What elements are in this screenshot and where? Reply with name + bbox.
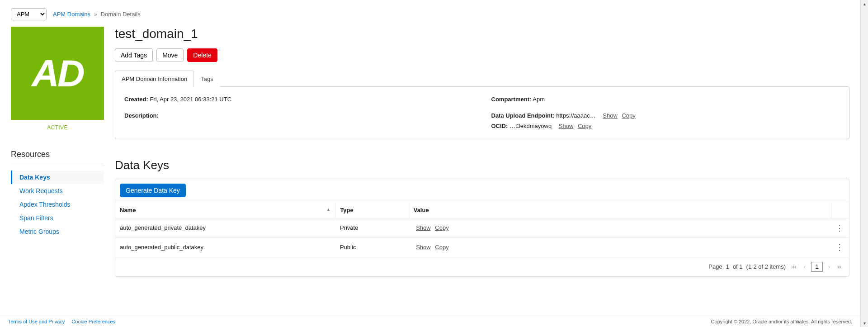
sidebar-item-data-keys[interactable]: Data Keys — [11, 171, 104, 184]
created-field: Created: Fri, Apr 23, 2021 06:33:21 UTC — [124, 95, 473, 104]
ocid-copy-link[interactable]: Copy — [578, 123, 591, 129]
pager-next-icon[interactable]: › — [826, 263, 832, 271]
compartment-field: Compartment: Apm — [491, 95, 840, 104]
resources-heading: Resources — [11, 150, 104, 164]
data-keys-heading: Data Keys — [115, 158, 849, 172]
tab-tags[interactable]: Tags — [194, 71, 220, 87]
pager-prev-icon[interactable]: ‹ — [802, 263, 807, 271]
status-badge: ACTIVE — [11, 124, 104, 131]
pager-first-icon[interactable]: ⏮ — [789, 263, 798, 271]
footer-cookie-link[interactable]: Cookie Preferences — [71, 319, 115, 324]
value-copy-link[interactable]: Copy — [435, 224, 448, 231]
col-value[interactable]: Value — [409, 202, 831, 218]
scroll-down-icon[interactable]: ▾ — [861, 319, 868, 327]
created-label: Created: — [124, 96, 148, 103]
move-button[interactable]: Move — [156, 48, 184, 62]
compartment-label: Compartment: — [491, 96, 532, 103]
tile-letters: AD — [32, 52, 83, 95]
pager-last-icon[interactable]: ⏭ — [835, 263, 844, 271]
cell-type: Public — [335, 237, 409, 257]
tab-apm-domain-info[interactable]: APM Domain Information — [115, 71, 194, 87]
sidebar-item-metric-groups[interactable]: Metric Groups — [11, 225, 104, 238]
ocid-field: OCID: …t3ekdmayowq Show Copy — [491, 122, 840, 131]
value-show-link[interactable]: Show — [416, 244, 431, 251]
sidebar: AD ACTIVE Resources Data Keys Work Reque… — [11, 27, 104, 277]
upload-copy-link[interactable]: Copy — [622, 112, 635, 119]
sort-asc-icon: ▲ — [326, 207, 330, 212]
footer: Terms of Use and Privacy Cookie Preferen… — [0, 316, 860, 327]
footer-copyright: Copyright © 2022, Oracle and/or its affi… — [711, 319, 852, 324]
page-title: test_domain_1 — [115, 27, 849, 41]
created-value: Fri, Apr 23, 2021 06:33:21 UTC — [150, 96, 231, 103]
pager-range: (1-2 of 2 items) — [746, 263, 786, 270]
delete-button[interactable]: Delete — [187, 48, 217, 62]
cell-type: Private — [335, 218, 409, 237]
service-selector[interactable]: APM — [11, 8, 47, 20]
description-label: Description: — [124, 112, 159, 119]
pager-page-label: Page — [708, 263, 722, 270]
table-row: auto_generated_private_datakey Private S… — [115, 218, 849, 237]
main-content: test_domain_1 Add Tags Move Delete APM D… — [115, 27, 849, 277]
info-card: Created: Fri, Apr 23, 2021 06:33:21 UTC … — [115, 86, 849, 139]
footer-terms-link[interactable]: Terms of Use and Privacy — [8, 319, 65, 324]
add-tags-button[interactable]: Add Tags — [115, 48, 153, 62]
scroll-up-icon[interactable]: ▴ — [861, 0, 868, 8]
upload-endpoint-value: https://aaaac… — [556, 112, 595, 119]
cell-name: auto_generated_public_datakey — [115, 237, 335, 257]
cell-value: Show Copy — [409, 237, 831, 257]
sidebar-item-work-requests[interactable]: Work Requests — [11, 184, 104, 198]
table-row: auto_generated_public_datakey Public Sho… — [115, 237, 849, 257]
pager-of: of 1 — [733, 263, 743, 270]
upload-endpoint-field: Data Upload Endpoint: https://aaaac… Sho… — [491, 111, 840, 120]
value-copy-link[interactable]: Copy — [435, 244, 448, 251]
data-keys-table-card: Generate Data Key Name ▲ Type Value — [115, 179, 849, 277]
pager: Page 1 of 1 (1-2 of 2 items) ⏮ ‹ › ⏭ — [115, 257, 849, 276]
breadcrumb-sep: » — [94, 11, 97, 18]
cell-name: auto_generated_private_datakey — [115, 218, 335, 237]
generate-data-key-button[interactable]: Generate Data Key — [120, 184, 186, 197]
pager-current-display: 1 — [726, 263, 729, 270]
upload-endpoint-label: Data Upload Endpoint: — [491, 112, 555, 119]
breadcrumb-root-link[interactable]: APM Domains — [53, 11, 90, 18]
ocid-label: OCID: — [491, 123, 508, 129]
breadcrumb-current: Domain Details — [101, 11, 141, 18]
row-actions-menu[interactable]: ⋮ — [831, 218, 849, 237]
ocid-show-link[interactable]: Show — [559, 123, 574, 129]
description-field: Description: — [124, 111, 473, 120]
col-actions — [831, 202, 849, 218]
col-name[interactable]: Name ▲ — [115, 202, 335, 218]
pager-page-input[interactable] — [811, 262, 823, 272]
upload-show-link[interactable]: Show — [603, 112, 618, 119]
resource-tile: AD — [11, 27, 104, 120]
ocid-value: …t3ekdmayowq — [509, 123, 552, 129]
data-keys-table: Name ▲ Type Value auto_generated_private… — [115, 202, 849, 257]
breadcrumb: APM Domains » Domain Details — [53, 11, 141, 18]
col-type[interactable]: Type — [335, 202, 409, 218]
row-actions-menu[interactable]: ⋮ — [831, 237, 849, 257]
compartment-value: Apm — [533, 96, 545, 103]
value-show-link[interactable]: Show — [416, 224, 431, 231]
cell-value: Show Copy — [409, 218, 831, 237]
sidebar-item-apdex-thresholds[interactable]: Apdex Thresholds — [11, 198, 104, 211]
sidebar-item-span-filters[interactable]: Span Filters — [11, 211, 104, 225]
vertical-scrollbar[interactable]: ▴ ▾ — [860, 0, 868, 327]
